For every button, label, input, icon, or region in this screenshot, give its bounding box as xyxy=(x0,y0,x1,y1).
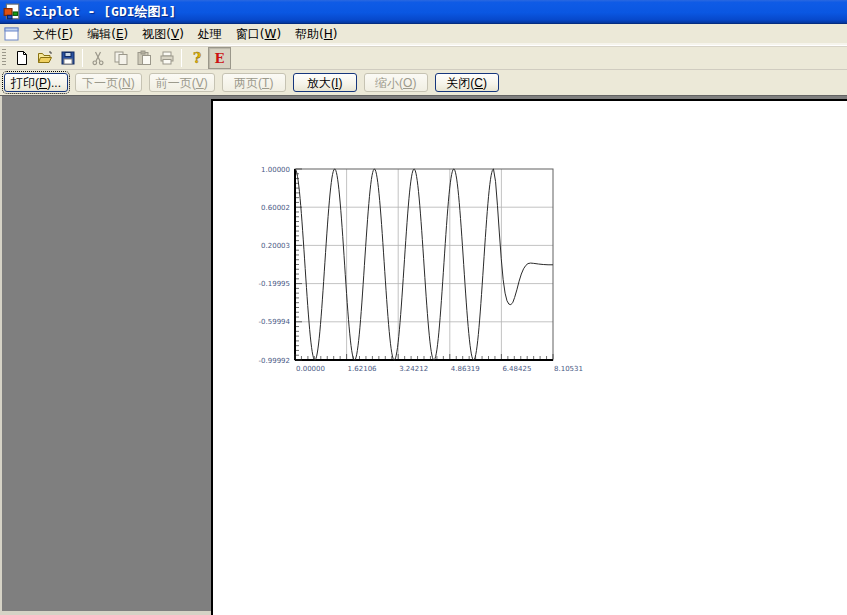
x-axis-label: 6.48425 xyxy=(502,365,531,373)
label-part: 放大( xyxy=(307,76,335,90)
window-frame-left xyxy=(0,96,2,615)
label-part: 窗口( xyxy=(236,27,265,41)
menu-item-help[interactable]: 帮助(H) xyxy=(288,24,344,45)
x-axis-label: 3.24212 xyxy=(399,365,428,373)
window-frame-bottom xyxy=(0,611,213,615)
label-part: F xyxy=(62,27,69,41)
label-part: 关闭( xyxy=(446,76,474,90)
label-part: ) xyxy=(131,76,135,90)
equation-e-label: E xyxy=(215,51,225,66)
label-part: N xyxy=(122,76,131,90)
new-document-icon[interactable] xyxy=(10,47,33,69)
label-part: H xyxy=(324,27,333,41)
print-preview-area: 1.000000.600020.20003-0.19995-0.59994-0.… xyxy=(0,96,847,615)
label-part: ) xyxy=(69,27,74,41)
signal-curve xyxy=(295,169,553,360)
label-part: E xyxy=(116,27,124,41)
x-axis-label: 4.86319 xyxy=(451,365,480,373)
label-part: 编辑( xyxy=(87,27,116,41)
preview-page: 1.000000.600020.20003-0.19995-0.59994-0.… xyxy=(211,99,847,615)
label-part: ) xyxy=(276,27,281,41)
y-axis-label: 0.20003 xyxy=(261,242,290,250)
label-part: ) xyxy=(412,76,416,90)
zoom-out-button: 缩小(O) xyxy=(364,73,428,92)
label-part: C xyxy=(474,76,483,90)
label-part: 前一页( xyxy=(156,76,196,90)
print-icon xyxy=(155,47,178,69)
menu-item-edit[interactable]: 编辑(E) xyxy=(80,24,135,45)
label-part: 文件( xyxy=(33,27,62,41)
menu-item-file[interactable]: 文件(F) xyxy=(26,24,80,45)
toolbar-grip[interactable] xyxy=(2,49,6,67)
x-axis-label: 1.62106 xyxy=(348,365,377,373)
label-part: 处理 xyxy=(198,27,222,41)
y-axis-label: -0.19995 xyxy=(259,280,290,288)
open-file-icon[interactable] xyxy=(33,47,56,69)
label-part: O xyxy=(403,76,412,90)
svg-text:?: ? xyxy=(192,50,200,66)
y-axis-label: 1.00000 xyxy=(261,166,290,174)
label-part: 缩小( xyxy=(375,76,403,90)
label-part: ) xyxy=(269,76,273,90)
label-part: ) xyxy=(333,27,338,41)
label-part: V xyxy=(171,27,179,41)
titlebar[interactable]: Sciplot - [GDI绘图1] xyxy=(0,0,847,24)
two-page-button: 两页(T) xyxy=(222,73,286,92)
label-part: 帮助( xyxy=(295,27,324,41)
y-axis-label: -0.59994 xyxy=(259,318,291,326)
label-part: ) xyxy=(179,27,184,41)
paste-icon xyxy=(132,47,155,69)
y-axis-label: -0.99992 xyxy=(259,357,290,365)
x-axis-label: 8.10531 xyxy=(554,365,583,373)
label-part: ) xyxy=(483,76,487,90)
window-title: Sciplot - [GDI绘图1] xyxy=(25,3,176,21)
label-part: W xyxy=(265,27,277,41)
plot-chart: 1.000000.600020.20003-0.19995-0.59994-0.… xyxy=(243,159,593,389)
label-part: V xyxy=(196,76,204,90)
menu-item-view[interactable]: 视图(V) xyxy=(135,24,191,45)
menu-item-window[interactable]: 窗口(W) xyxy=(229,24,288,45)
print-button[interactable]: 打印(P)... xyxy=(4,73,68,92)
label-part: 下一页( xyxy=(82,76,122,90)
label-part: ) xyxy=(338,76,342,90)
label-part: P xyxy=(39,76,47,90)
x-axis-label: 0.00000 xyxy=(296,365,325,373)
label-part: 两页( xyxy=(234,76,262,90)
label-part: )... xyxy=(47,76,61,90)
sciplot-window: Sciplot - [GDI绘图1] 文件(F)编辑(E)视图(V)处理窗口(W… xyxy=(0,0,847,615)
help-icon[interactable]: ? xyxy=(185,47,208,69)
menubar: 文件(F)编辑(E)视图(V)处理窗口(W)帮助(H) xyxy=(0,24,847,46)
prev-page-button: 前一页(V) xyxy=(149,73,215,92)
mdi-document-icon[interactable] xyxy=(4,27,20,42)
label-part: ) xyxy=(124,27,129,41)
cut-icon xyxy=(86,47,109,69)
label-part: 打印( xyxy=(11,76,39,90)
zoom-in-button[interactable]: 放大(I) xyxy=(293,73,357,92)
copy-icon xyxy=(109,47,132,69)
label-part: ) xyxy=(204,76,208,90)
y-axis-label: 0.60002 xyxy=(261,204,290,212)
toolbar-separator xyxy=(181,49,182,67)
preview-toolbar: 打印(P)...下一页(N)前一页(V)两页(T)放大(I)缩小(O)关闭(C) xyxy=(0,70,847,96)
app-icon xyxy=(3,3,21,21)
toolbar-separator xyxy=(82,49,83,67)
next-page-button: 下一页(N) xyxy=(75,73,142,92)
save-icon[interactable] xyxy=(56,47,79,69)
close-button[interactable]: 关闭(C) xyxy=(435,73,499,92)
equation-e-icon[interactable]: E xyxy=(208,47,231,69)
menu-item-process[interactable]: 处理 xyxy=(191,24,229,45)
label-part: 视图( xyxy=(142,27,171,41)
toolbar: ?E xyxy=(0,46,847,70)
